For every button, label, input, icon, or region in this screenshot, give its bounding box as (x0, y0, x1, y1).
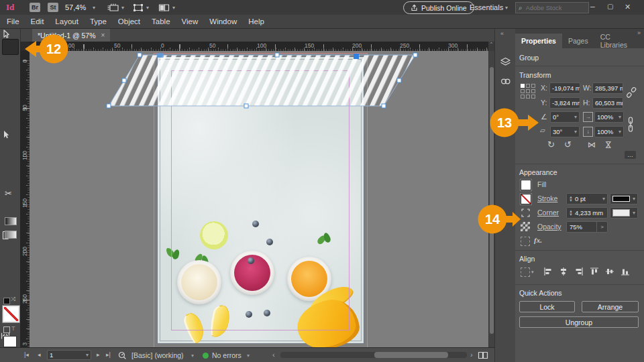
stepper-arrows-icon[interactable]: ▲▼ (569, 210, 573, 217)
menu-help[interactable]: Help (248, 17, 264, 25)
screen-mode-chevron-icon[interactable]: ▾ (146, 5, 149, 11)
stepper-arrows-icon[interactable]: ▲▼ (569, 196, 573, 202)
stroke-weight-chevron-icon[interactable]: ▾ (601, 196, 605, 202)
spread-view-icon[interactable] (478, 351, 488, 359)
w-field[interactable]: 285,397 mm (592, 82, 623, 94)
collapse-panels-icon[interactable]: « (500, 30, 504, 37)
corner-style-dropdown[interactable]: ▾ (610, 207, 638, 219)
rotate-ccw-icon[interactable]: ↺ (564, 139, 572, 149)
zoom-chevron-icon[interactable]: ▾ (93, 5, 95, 11)
menu-type[interactable]: Type (90, 17, 107, 25)
panel-expand-icon[interactable]: » (637, 29, 641, 36)
corner-radius-stepper[interactable]: ▲▼ 4,233 mm (566, 207, 608, 219)
menu-file[interactable]: File (7, 17, 19, 25)
bridge-button[interactable]: Br (30, 3, 40, 12)
preflight-icon[interactable] (118, 351, 127, 360)
align-left-icon[interactable] (543, 266, 553, 277)
align-bottom-icon[interactable] (620, 266, 631, 277)
active-handle[interactable] (354, 54, 359, 59)
scale-y-field[interactable]: 100%▾ (594, 126, 624, 137)
rotation-chevron-icon[interactable]: ▾ (573, 114, 577, 120)
vertical-ruler[interactable]: 0 50 100 150 200 250 3 (20, 51, 30, 347)
flip-horizontal-icon[interactable]: ⋈ (588, 140, 596, 149)
close-button[interactable]: ✕ (625, 3, 631, 11)
selected-sheared-object[interactable] (30, 51, 488, 347)
menu-layout[interactable]: Layout (55, 17, 78, 25)
stroke-link[interactable]: Stroke (537, 194, 557, 202)
fill-swatch[interactable] (521, 180, 531, 190)
apply-color-button[interactable] (3, 336, 17, 347)
opacity-more-button[interactable]: > (596, 222, 607, 232)
arrange-button[interactable]: Arrange (582, 301, 639, 312)
y-field[interactable]: -3,824 mm (549, 97, 580, 109)
tab-pages[interactable]: Pages (562, 34, 594, 48)
horizontal-scrollbar-thumb[interactable] (374, 352, 448, 358)
maximize-button[interactable]: ▢ (607, 3, 613, 10)
h-field[interactable]: 60,503 mm (592, 97, 623, 109)
lock-button[interactable]: Lock (519, 301, 575, 312)
next-page-button[interactable]: ▸ (97, 351, 100, 358)
object-style-icon[interactable] (521, 237, 530, 246)
shear-chevron-icon[interactable]: ▾ (573, 129, 577, 135)
scroll-left-button[interactable]: ‹ (272, 351, 275, 359)
align-top-icon[interactable] (589, 266, 600, 277)
page-chevron-icon[interactable]: ▾ (85, 352, 89, 358)
canvas-pasteboard[interactable] (30, 51, 488, 347)
horizontal-scrollbar[interactable] (280, 352, 467, 358)
menu-window[interactable]: Window (209, 17, 237, 25)
tab-cc-libraries[interactable]: CC Libraries (594, 34, 644, 48)
scroll-up-icon[interactable]: ⌃ (489, 42, 494, 48)
vertical-scrollbar[interactable] (489, 51, 494, 347)
tab-properties[interactable]: Properties (515, 34, 562, 48)
formatting-text-icon[interactable]: T (11, 325, 15, 332)
stock-button[interactable]: St (48, 3, 58, 12)
formatting-container-icon[interactable] (3, 326, 10, 333)
transform-more-options-button[interactable]: … (625, 151, 636, 159)
scroll-right-button[interactable]: › (470, 351, 473, 359)
page-number-field[interactable]: 1▾ (47, 350, 91, 360)
rotation-field[interactable]: 0°▾ (550, 111, 580, 123)
opacity-field[interactable]: 75% > (566, 221, 608, 233)
minimize-button[interactable]: – (590, 2, 595, 11)
flip-vertical-icon[interactable]: ⋈ (604, 141, 613, 149)
links-panel-icon[interactable] (500, 77, 512, 86)
screen-mode-icon[interactable] (133, 3, 144, 12)
stroke-style-chevron-icon[interactable]: ▾ (631, 196, 635, 202)
ungroup-button[interactable]: Ungroup (519, 316, 639, 328)
last-page-button[interactable]: ▸| (106, 351, 111, 358)
menu-table[interactable]: Table (152, 17, 170, 25)
swap-arrow-icon[interactable]: ⤨ (11, 296, 15, 303)
constrain-proportions-broken-link-icon[interactable] (626, 85, 637, 100)
scale-x-chevron-icon[interactable]: ▾ (617, 114, 621, 120)
errors-chevron-icon[interactable]: ▾ (247, 353, 250, 359)
effects-fx-button[interactable]: fx. (534, 236, 542, 244)
first-page-button[interactable]: |◂ (24, 351, 29, 358)
rotate-cw-icon[interactable]: ↻ (547, 139, 555, 149)
workspace-switcher[interactable]: Essentials (470, 3, 503, 11)
menu-view[interactable]: View (182, 17, 199, 25)
scissors-tool-icon[interactable]: ✂ (5, 189, 12, 198)
gradient-tool-icon[interactable] (5, 217, 17, 225)
preset-chevron-icon[interactable]: ▾ (191, 353, 194, 359)
publish-online-button[interactable]: Publish Online (403, 1, 474, 14)
view-options-chevron-icon[interactable]: ▾ (121, 5, 124, 11)
arrange-documents-chevron-icon[interactable]: ▾ (172, 5, 175, 11)
align-center-horizontal-icon[interactable] (558, 266, 569, 277)
shear-field[interactable]: 30°▾ (550, 126, 580, 137)
menu-object[interactable]: Object (118, 17, 140, 25)
layers-panel-icon[interactable] (500, 57, 511, 67)
scale-link-icon[interactable] (627, 115, 635, 135)
gradient-feather-tool-icon[interactable] (5, 231, 17, 239)
swap-fill-stroke-icon[interactable] (3, 298, 10, 304)
stroke-style-dropdown[interactable]: ▾ (610, 193, 638, 204)
striped-parallelogram[interactable] (109, 55, 415, 106)
error-status[interactable]: No errors (212, 351, 241, 359)
arrange-documents-icon[interactable] (158, 3, 170, 12)
align-center-vertical-icon[interactable] (604, 266, 615, 277)
prev-page-button[interactable]: ◂ (38, 351, 41, 358)
search-input[interactable] (525, 3, 581, 12)
zoom-level-value[interactable]: 57,4% (65, 3, 86, 11)
align-to-selector[interactable]: ▾ (521, 267, 534, 277)
view-options-icon[interactable] (107, 3, 119, 12)
align-right-icon[interactable] (574, 266, 584, 277)
